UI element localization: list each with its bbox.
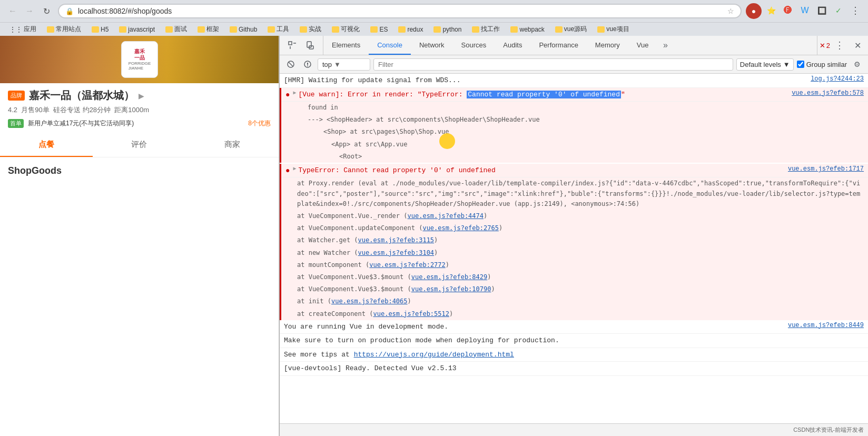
- extension-icon4[interactable]: ✓: [831, 3, 846, 18]
- stack-line-9: at init (vue.esm.js?efeb:4065): [281, 295, 868, 308]
- bookmark-label: H5: [101, 26, 108, 33]
- bookmark-tools[interactable]: 工具: [263, 24, 293, 35]
- bookmark-es[interactable]: ES: [366, 25, 392, 34]
- stack-line-4: at Watcher.get (vue.esm.js?efeb:3115): [281, 234, 868, 246]
- folder-icon: [555, 26, 563, 33]
- hmr-link[interactable]: log.js?4244:23: [805, 75, 864, 83]
- device-toolbar-button[interactable]: [302, 36, 319, 55]
- folder-icon: [332, 26, 339, 33]
- vue-warn-line: ● ▶ [Vue warn]: Error in render: "TypeEr…: [281, 88, 868, 102]
- bookmark-common-sites[interactable]: 常用站点: [43, 24, 85, 35]
- bookmark-redux[interactable]: redux: [394, 25, 427, 34]
- tab-elements[interactable]: Elements: [323, 36, 369, 55]
- rating-value: 4.2: [8, 106, 17, 114]
- main-area: 嘉禾一品 PORRIDGEJIANHE 品牌 嘉禾一品（温都水城） ▶ 4.2 …: [0, 36, 868, 436]
- star-icon[interactable]: ☆: [727, 7, 734, 15]
- promo-text: 新用户单立减17元(不与其它活动同享): [28, 119, 244, 128]
- stack-line-3: at VueComponent.updateComponent (vue.esm…: [281, 222, 868, 234]
- menu-button[interactable]: ⋮: [848, 3, 863, 18]
- inspect-element-button[interactable]: [284, 36, 301, 55]
- stack-link-3[interactable]: vue.esm.js?efeb:3115: [358, 236, 435, 244]
- stack-line-5: at new Watcher (vue.esm.js?efeb:3104): [281, 247, 868, 259]
- extension-icon3[interactable]: 🔲: [814, 3, 829, 18]
- typeerror-link[interactable]: vue.esm.js?efeb:1717: [783, 165, 864, 173]
- more-tabs-button[interactable]: »: [657, 36, 674, 55]
- typeerror-line: ● ▶ TypeError: Cannot read property '0' …: [281, 164, 868, 178]
- stack-line-2: at VueComponent.Vue._render (vue.esm.js?…: [281, 210, 868, 222]
- close-devtools-button[interactable]: ✕: [849, 36, 866, 55]
- bookmark-label: 常用站点: [56, 25, 81, 34]
- stack-link-9[interactable]: vue.esm.js?efeb:5512: [373, 310, 450, 318]
- folder-icon: [370, 26, 378, 33]
- stack-link-2[interactable]: vue.esm.js?efeb:2765: [422, 224, 499, 232]
- stack-link-7[interactable]: vue.esm.js?efeb:10790: [411, 285, 491, 293]
- extension-icon1[interactable]: 🅕: [781, 3, 795, 18]
- folder-icon: [92, 26, 99, 33]
- pause-exceptions-button[interactable]: [301, 57, 314, 71]
- bookmark-visualization[interactable]: 可视化: [328, 24, 364, 35]
- error-icon2: ●: [285, 166, 290, 175]
- bookmark-icon[interactable]: ⭐: [764, 3, 778, 18]
- tab-order[interactable]: 点餐: [0, 133, 93, 157]
- stack-link-8[interactable]: vue.esm.js?efeb:4065: [331, 298, 408, 305]
- group-similar-checkbox[interactable]: [797, 61, 804, 68]
- reload-button[interactable]: ↻: [39, 4, 54, 18]
- svg-line-6: [289, 62, 293, 66]
- stack-link-4[interactable]: vue.esm.js?efeb:3104: [358, 249, 435, 256]
- profile-icon[interactable]: ●: [746, 3, 762, 19]
- deployment-link[interactable]: https://vuejs.org/guide/deployment.html: [354, 351, 514, 359]
- coupon-button[interactable]: 8个优惠: [248, 119, 271, 128]
- bookmark-vue-source[interactable]: vue源码: [551, 24, 591, 35]
- bookmark-framework[interactable]: 框架: [193, 24, 223, 35]
- bookmark-label: vue项目: [606, 25, 629, 34]
- tab-console[interactable]: Console: [369, 36, 411, 55]
- tab-merchant[interactable]: 商家: [186, 133, 279, 157]
- console-output[interactable]: [HMR] Waiting for update signal from WDS…: [280, 74, 868, 423]
- back-button[interactable]: ←: [5, 4, 20, 18]
- devtools-menu-button[interactable]: ⋮: [831, 36, 848, 55]
- tab-sources[interactable]: Sources: [453, 36, 495, 55]
- bookmark-webpack[interactable]: webpack: [506, 25, 548, 34]
- address-bar[interactable]: 🔒 localhost:8082/#/shop/goods ☆: [58, 4, 742, 18]
- bookmark-interview[interactable]: 面试: [161, 24, 191, 35]
- bookmark-apps[interactable]: ⋮⋮ 应用: [5, 24, 41, 35]
- vue-warn-link[interactable]: vue.esm.js?efeb:578: [786, 90, 864, 97]
- bookmark-job[interactable]: 找工作: [468, 24, 504, 35]
- bookmark-github[interactable]: Github: [225, 25, 261, 34]
- stack-link-5[interactable]: vue.esm.js?efeb:2772: [369, 261, 446, 269]
- bookmark-label: 框架: [206, 25, 219, 34]
- tab-performance[interactable]: Performance: [530, 36, 586, 55]
- folder-icon: [472, 26, 479, 33]
- tab-audits[interactable]: Audits: [495, 36, 530, 55]
- log-levels-selector[interactable]: Default levels ▼: [736, 58, 794, 71]
- error-count: 2: [826, 42, 830, 49]
- shop-panel: 嘉禾一品 PORRIDGEJIANHE 品牌 嘉禾一品（温都水城） ▶ 4.2 …: [0, 36, 279, 436]
- filter-input[interactable]: [373, 58, 733, 71]
- console-settings-button[interactable]: ⚙: [850, 57, 864, 71]
- bookmark-h5[interactable]: H5: [87, 25, 113, 34]
- stack-link-1[interactable]: vue.esm.js?efeb:4474: [408, 212, 484, 220]
- folder-icon: [230, 26, 237, 33]
- bookmark-vue-project[interactable]: vue项目: [593, 24, 633, 35]
- stack-link-6[interactable]: vue.esm.js?efeb:8429: [411, 273, 488, 281]
- console-line-production: Make sure to turn on production mode whe…: [280, 334, 868, 348]
- forward-button[interactable]: →: [22, 4, 37, 18]
- shop-info: 品牌 嘉禾一品（温都水城） ▶ 4.2 月售90单 硅谷专送 约28分钟 距离1…: [0, 83, 279, 133]
- expand-arrow-icon[interactable]: ▶: [139, 92, 144, 100]
- bookmark-javascript[interactable]: javascript: [115, 25, 159, 34]
- devmode-link[interactable]: vue.esm.js?efeb:8449: [783, 322, 864, 329]
- extension-icon2[interactable]: W: [797, 3, 812, 18]
- shop-logo: 嘉禾一品 PORRIDGEJIANHE: [121, 41, 158, 78]
- bookmark-python[interactable]: python: [429, 25, 466, 34]
- devtools-topbar: Elements Console Network Sources Audits …: [280, 36, 868, 55]
- tab-memory[interactable]: Memory: [587, 36, 628, 55]
- clear-console-button[interactable]: [284, 57, 298, 71]
- tab-vue[interactable]: Vue: [628, 36, 657, 55]
- expand-error-button[interactable]: ▶: [293, 90, 296, 96]
- tab-review[interactable]: 评价: [93, 133, 185, 157]
- bookmark-practice[interactable]: 实战: [295, 24, 326, 35]
- expand-typeerror-button[interactable]: ▶: [293, 165, 296, 172]
- tab-network[interactable]: Network: [411, 36, 453, 55]
- context-selector[interactable]: top ▼: [318, 58, 370, 71]
- error-badge: ✕: [820, 42, 825, 49]
